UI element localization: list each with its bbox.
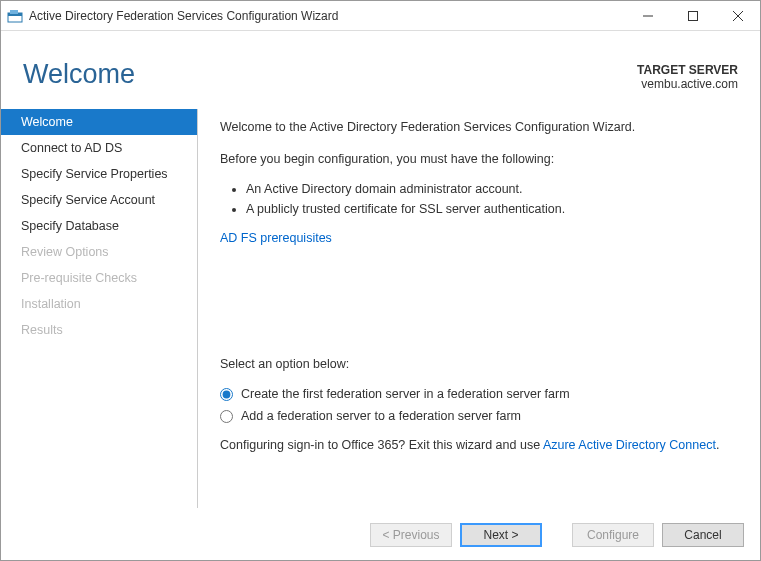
step-results: Results bbox=[1, 317, 197, 343]
intro-text: Welcome to the Active Directory Federati… bbox=[220, 119, 738, 137]
radio-create-first-server[interactable] bbox=[220, 388, 233, 401]
previous-button: < Previous bbox=[370, 523, 452, 547]
bullet-item: An Active Directory domain administrator… bbox=[246, 182, 738, 196]
configure-button: Configure bbox=[572, 523, 654, 547]
step-welcome[interactable]: Welcome bbox=[1, 109, 197, 135]
window-title: Active Directory Federation Services Con… bbox=[29, 9, 625, 23]
step-prerequisite-checks: Pre-requisite Checks bbox=[1, 265, 197, 291]
option-create-first-server[interactable]: Create the first federation server in a … bbox=[220, 387, 738, 401]
minimize-button[interactable] bbox=[625, 1, 670, 31]
prerequisites-link[interactable]: AD FS prerequisites bbox=[220, 231, 332, 245]
step-connect-ad-ds[interactable]: Connect to AD DS bbox=[1, 135, 197, 161]
target-server-label: TARGET SERVER bbox=[637, 63, 738, 77]
page-title: Welcome bbox=[23, 59, 135, 90]
svg-rect-4 bbox=[688, 11, 697, 20]
before-text: Before you begin configuration, you must… bbox=[220, 151, 738, 169]
close-button[interactable] bbox=[715, 1, 760, 31]
target-server-value: vembu.active.com bbox=[637, 77, 738, 91]
app-icon bbox=[7, 8, 23, 24]
svg-rect-2 bbox=[10, 10, 18, 14]
prereq-bullet-list: An Active Directory domain administrator… bbox=[220, 182, 738, 216]
maximize-button[interactable] bbox=[670, 1, 715, 31]
bullet-item: A publicly trusted certificate for SSL s… bbox=[246, 202, 738, 216]
step-specify-service-properties[interactable]: Specify Service Properties bbox=[1, 161, 197, 187]
wizard-content: Welcome to the Active Directory Federati… bbox=[198, 109, 760, 508]
radio-add-server[interactable] bbox=[220, 410, 233, 423]
azure-ad-connect-link[interactable]: Azure Active Directory Connect bbox=[543, 438, 716, 452]
step-specify-database[interactable]: Specify Database bbox=[1, 213, 197, 239]
select-option-label: Select an option below: bbox=[220, 356, 738, 374]
step-review-options: Review Options bbox=[1, 239, 197, 265]
page-header: Welcome TARGET SERVER vembu.active.com bbox=[1, 31, 760, 101]
cancel-button[interactable]: Cancel bbox=[662, 523, 744, 547]
titlebar: Active Directory Federation Services Con… bbox=[1, 1, 760, 31]
wizard-footer: < Previous Next > Configure Cancel bbox=[1, 508, 760, 560]
option-label: Create the first federation server in a … bbox=[241, 387, 570, 401]
wizard-steps-sidebar: Welcome Connect to AD DS Specify Service… bbox=[1, 109, 197, 508]
target-server-block: TARGET SERVER vembu.active.com bbox=[637, 63, 738, 91]
office365-text: Configuring sign-in to Office 365? Exit … bbox=[220, 437, 738, 455]
option-add-server[interactable]: Add a federation server to a federation … bbox=[220, 409, 738, 423]
step-installation: Installation bbox=[1, 291, 197, 317]
option-label: Add a federation server to a federation … bbox=[241, 409, 521, 423]
step-specify-service-account[interactable]: Specify Service Account bbox=[1, 187, 197, 213]
next-button[interactable]: Next > bbox=[460, 523, 542, 547]
